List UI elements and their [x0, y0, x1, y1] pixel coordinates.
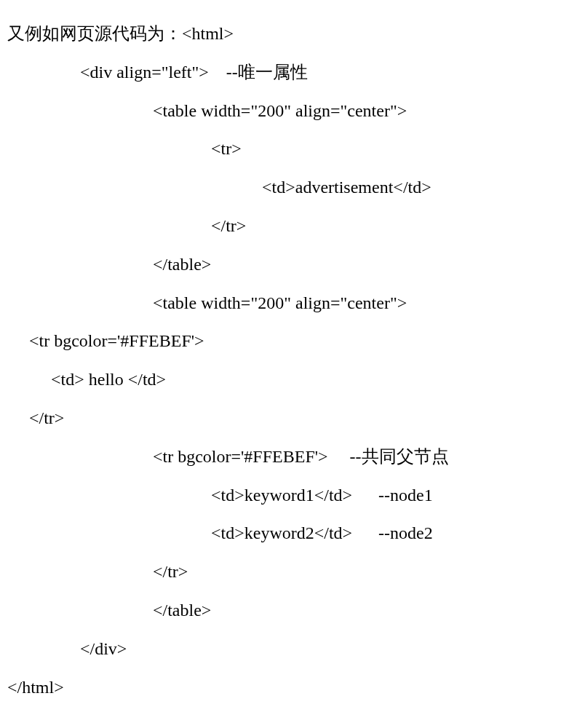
code-line-2: <table width="200" align="center">	[7, 92, 554, 130]
code-line-12: <td>keyword1</td> --node1	[7, 476, 554, 515]
code-line-11: <tr bgcolor='#FFEBEF'> --共同父节点	[7, 438, 554, 476]
code-line-7: <table width="200" align="center">	[7, 284, 554, 323]
code-line-8: <tr bgcolor='#FFEBEF'>	[7, 322, 554, 360]
code-line-10: </tr>	[7, 399, 554, 438]
code-line-15: </table>	[7, 591, 554, 630]
code-line-3: <tr>	[7, 130, 554, 168]
code-line-17: </html>	[7, 668, 554, 707]
code-line-0: 又例如网页源代码为：<html>	[7, 15, 554, 53]
code-line-9: <td> hello </td>	[7, 360, 554, 399]
code-line-14: </tr>	[7, 553, 554, 591]
code-line-1: <div align="left"> --唯一属性	[7, 53, 554, 92]
code-line-6: </table>	[7, 245, 554, 284]
code-line-5: </tr>	[7, 207, 554, 245]
code-line-16: </div>	[7, 630, 554, 668]
code-line-13: <td>keyword2</td> --node2	[7, 514, 554, 553]
code-line-4: <td>advertisement</td>	[7, 168, 554, 207]
